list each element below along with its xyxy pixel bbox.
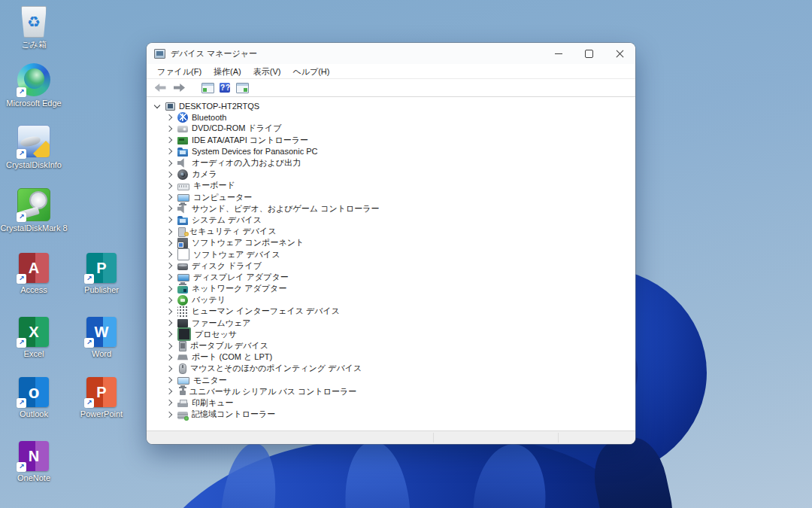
desktop-icon-outlook[interactable]: oOutlook xyxy=(1,374,67,418)
back-button[interactable] xyxy=(153,81,167,95)
expand-chevron[interactable] xyxy=(165,126,174,131)
outlook-tile: o xyxy=(19,377,49,407)
network-icon xyxy=(177,286,188,294)
tree-item[interactable]: システム デバイス xyxy=(147,214,635,226)
tree-item-label: IDE ATA/ATAPI コントローラー xyxy=(192,135,308,146)
tree-item[interactable]: サウンド、ビデオ、およびゲーム コントローラー xyxy=(147,203,635,214)
tree-item-label: 印刷キュー xyxy=(192,397,234,409)
tree-item[interactable]: DESKTOP-HT2RTQS xyxy=(147,100,635,111)
tree-item[interactable]: ユニバーサル シリアル バス コントローラー xyxy=(147,386,635,397)
desktop-icon-microsoft-edge[interactable]: Microsoft Edge xyxy=(1,63,67,108)
tree-item[interactable]: ポータブル デバイス xyxy=(147,340,635,351)
desktop-icon-publisher[interactable]: PPublisher xyxy=(68,250,135,294)
desktop-icon-access[interactable]: AAccess xyxy=(1,250,67,294)
tree-item[interactable]: 記憶域コントローラー xyxy=(147,409,635,420)
chevron-right-icon xyxy=(166,217,172,223)
tree-item[interactable]: ソフトウェア デバイス xyxy=(147,248,635,260)
expand-chevron[interactable] xyxy=(165,195,174,199)
expand-chevron[interactable] xyxy=(165,378,174,382)
desktop-icon-word[interactable]: WWord xyxy=(68,314,135,358)
expand-chevron[interactable] xyxy=(165,287,174,291)
tree-item[interactable]: ディスプレイ アダプター xyxy=(147,272,635,283)
tree-item-label: コンピューター xyxy=(193,192,252,203)
console-tree-button[interactable] xyxy=(201,81,214,95)
desktop-icon-powerpoint[interactable]: PPowerPoint xyxy=(68,374,135,418)
close-button[interactable] xyxy=(604,43,635,64)
cpu-icon xyxy=(177,327,191,341)
expand-chevron[interactable] xyxy=(165,309,174,314)
tree-item[interactable]: ポート (COM と LPT) xyxy=(147,351,635,363)
action-pane-button[interactable] xyxy=(235,81,249,95)
sysdev-icon xyxy=(177,217,188,225)
menu-help[interactable]: ヘルプ(H) xyxy=(286,65,335,78)
tree-item[interactable]: ヒューマン インターフェイス デバイス xyxy=(147,306,635,317)
menu-view[interactable]: 表示(V) xyxy=(247,65,287,78)
chevron-right-icon xyxy=(166,126,172,132)
chevron-right-icon xyxy=(166,114,172,120)
tree-item[interactable]: マウスとそのほかのポインティング デバイス xyxy=(147,363,635,374)
tree-item[interactable]: キーボード xyxy=(147,180,635,191)
desktop-icon-onenote[interactable]: NOneNote xyxy=(1,438,67,482)
tree-item[interactable]: オーディオの入力および出力 xyxy=(147,157,635,169)
expand-chevron[interactable] xyxy=(165,400,174,405)
tree-item[interactable]: DVD/CD-ROM ドライブ xyxy=(147,123,635,134)
expand-chevron[interactable] xyxy=(165,230,174,234)
expand-chevron[interactable] xyxy=(165,321,174,325)
tree-item[interactable]: ファームウェア xyxy=(147,318,635,329)
tree-item[interactable]: ディスク ドライブ xyxy=(147,260,635,272)
tree-item-label: ディスプレイ アダプター xyxy=(193,272,289,283)
menu-file[interactable]: ファイル(F) xyxy=(151,65,208,78)
expand-chevron[interactable] xyxy=(165,115,174,120)
expand-chevron[interactable] xyxy=(153,105,162,108)
expand-chevron[interactable] xyxy=(165,298,174,303)
tree-item[interactable]: Bluetooth xyxy=(147,111,635,123)
expand-chevron[interactable] xyxy=(165,172,174,177)
expand-chevron[interactable] xyxy=(165,275,174,279)
expand-chevron[interactable] xyxy=(165,149,174,154)
tree-item-label: サウンド、ビデオ、およびゲーム コントローラー xyxy=(192,203,379,214)
tree-item[interactable]: バッテリ xyxy=(147,294,635,306)
chevron-right-icon xyxy=(166,354,172,360)
expand-chevron[interactable] xyxy=(165,138,174,142)
expand-chevron[interactable] xyxy=(165,344,174,348)
forward-button[interactable] xyxy=(172,81,186,95)
tree-item[interactable]: セキュリティ デバイス xyxy=(147,226,635,237)
help-button[interactable] xyxy=(220,83,230,93)
forward-icon xyxy=(174,84,185,92)
tree-item-label: 記憶域コントローラー xyxy=(192,409,275,420)
tree-item[interactable]: カメラ xyxy=(147,169,635,180)
expand-chevron[interactable] xyxy=(165,332,174,336)
desktop-icon-crystaldiskmark-8[interactable]: CrystalDiskMark 8 xyxy=(1,188,67,233)
tree-item[interactable]: IDE ATA/ATAPI コントローラー xyxy=(147,135,635,146)
expand-chevron[interactable] xyxy=(165,252,174,257)
desktop-icon-recycle-bin[interactable]: ごみ箱 xyxy=(1,5,67,49)
tree-item[interactable]: コンピューター xyxy=(147,192,635,203)
menu-action[interactable]: 操作(A) xyxy=(208,65,247,78)
tree-item[interactable]: プロセッサ xyxy=(147,329,635,340)
desktop-icon-crystaldiskinfo[interactable]: CrystalDiskInfo xyxy=(1,125,67,169)
chevron-right-icon xyxy=(166,320,172,326)
desktop-icon-excel[interactable]: XExcel xyxy=(1,314,67,358)
tree-item[interactable]: ネットワーク アダプター xyxy=(147,283,635,294)
device-tree: DESKTOP-HT2RTQSBluetoothDVD/CD-ROM ドライブI… xyxy=(147,97,635,430)
expand-chevron[interactable] xyxy=(165,161,174,166)
expand-chevron[interactable] xyxy=(165,263,174,268)
maximize-button[interactable] xyxy=(574,43,604,64)
onenote-tile: N xyxy=(19,441,49,471)
title-bar[interactable]: デバイス マネージャー xyxy=(147,43,635,64)
tree-item[interactable]: モニター xyxy=(147,375,635,386)
expand-chevron[interactable] xyxy=(165,355,174,360)
expand-chevron[interactable] xyxy=(165,241,174,245)
tree-item[interactable]: 印刷キュー xyxy=(147,397,635,409)
crystaldiskmark-8-art xyxy=(17,188,50,221)
tree-item-label: ポート (COM と LPT) xyxy=(192,351,272,363)
expand-chevron[interactable] xyxy=(165,367,174,371)
minimize-button[interactable] xyxy=(543,43,574,64)
expand-chevron[interactable] xyxy=(165,206,174,211)
tree-item[interactable]: ソフトウェア コンポーネント xyxy=(147,237,635,248)
expand-chevron[interactable] xyxy=(165,389,174,394)
expand-chevron[interactable] xyxy=(165,184,174,188)
expand-chevron[interactable] xyxy=(165,217,174,222)
tree-item[interactable]: System Devices for Panasonic PC xyxy=(147,146,635,157)
expand-chevron[interactable] xyxy=(165,412,174,417)
